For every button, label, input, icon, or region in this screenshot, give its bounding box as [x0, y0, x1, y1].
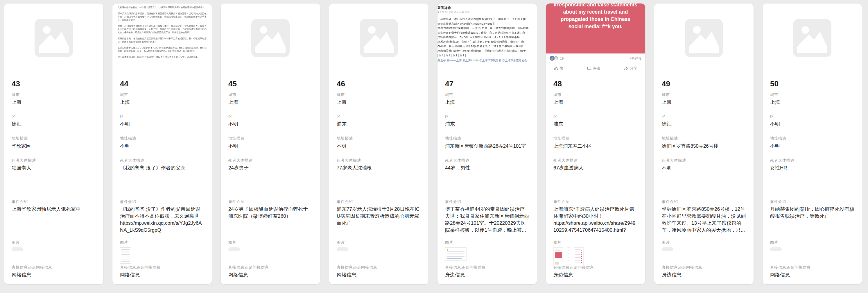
field-address: 地址描述 不明 [120, 136, 204, 158]
share-icon [624, 66, 628, 70]
district-value: 浦东 [553, 121, 638, 127]
image-thumbnails[interactable] [662, 247, 746, 251]
field-label: 地址描述 [662, 136, 746, 141]
card-body: 46 城市 上海 区 浦东 地址描述 不明 死者大体描述 77岁老人沈瑞根 事件… [329, 73, 429, 279]
image-thumbnail-pill[interactable] [337, 247, 348, 251]
field-direct-or-indirect: 直接信息还是间接信息 网络信息 [11, 265, 96, 279]
card-cover [221, 3, 320, 73]
image-thumbnail-document[interactable] [120, 247, 131, 264]
image-thumbnail-pill[interactable] [228, 247, 240, 251]
image-thumbnails[interactable] [11, 247, 96, 251]
field-event-intro: 事件介绍 浦东77岁老人沈瑞根于3月28日晚在ICU病房因长期末肾透析造成的心肌… [337, 199, 421, 240]
weibo-text-line: 哥哥家住浦东新区唐镇创新西路28弄24号101室 [437, 22, 537, 26]
record-card[interactable]: 46 城市 上海 区 浦东 地址描述 不明 死者大体描述 77岁老人沈瑞根 事件… [329, 3, 429, 284]
record-card[interactable]: 50 城市 上海 区 不明 地址描述 不明 死者大体描述 女性HR 事件介绍 丹… [763, 3, 862, 284]
field-label: 死者大体描述 [662, 158, 746, 163]
field-label: 城市 [553, 92, 638, 97]
image-thumbnail-pill[interactable] [770, 247, 782, 251]
card-cover [4, 3, 103, 73]
record-card[interactable]: 43 城市 上海 区 徐汇 地址描述 华欣家园 死者大体描述 独居老人 事件介绍… [4, 3, 103, 284]
record-number: 43 [11, 73, 96, 89]
card-body: 47 城市 上海 区 浦东 地址描述 浦东新区唐镇创新西路28弄24号101室 … [437, 73, 537, 279]
victim-value: 独居老人 [11, 165, 96, 172]
card-cover: 茶香禅静 4-2 02:31 来自 iPhone客户端 一名志愿者，昨日我投入路… [437, 3, 537, 73]
image-placeholder-icon [221, 3, 320, 73]
field-image: 图片 [337, 240, 421, 265]
record-number: 44 [120, 73, 204, 89]
field-label: 地址描述 [120, 136, 204, 141]
victim-value: 67岁血透病人 [553, 165, 638, 172]
image-thumbnail-group[interactable] [553, 247, 584, 267]
image-placeholder-icon [763, 3, 862, 73]
city-value: 上海 [11, 99, 96, 106]
field-label: 地址描述 [770, 136, 854, 141]
record-card[interactable]: 45 城市 上海 区 不明 地址描述 不明 死者大体描述 24岁男子 事件介绍 … [221, 3, 320, 284]
card-body: 48 城市 上海 区 浦东 地址描述 上海浦东寿二小区 死者大体描述 67岁血透… [546, 73, 645, 279]
field-district: 区 浦东 [553, 114, 638, 136]
field-direct-or-indirect: 直接信息还是间接信息 身边信息 [553, 265, 638, 279]
image-thumbnails[interactable] [228, 247, 313, 251]
screenshot-paragraph: 家属四处求助，在我的物业及区委的帮助下得到一张非常宝贵的通行证，整个小区就只有三… [118, 37, 207, 43]
field-address: 地址描述 浦东新区唐镇创新西路28弄24号101室 [445, 136, 529, 158]
field-district: 区 不明 [770, 114, 854, 136]
weibo-text-line: 恳求相关部门能帮忙处理好后续问题，并做好两位老人的心理疏导，给予 [437, 49, 537, 53]
field-address: 地址描述 华欣家园 [11, 136, 96, 158]
image-thumbnail-pill[interactable] [11, 247, 23, 251]
field-label: 地址描述 [337, 136, 421, 141]
field-label: 图片 [337, 240, 421, 245]
field-city: 城市 上海 [11, 92, 96, 114]
city-value: 上海 [120, 99, 204, 106]
facebook-post-background: Irresponsible and false statements about… [546, 3, 645, 54]
image-thumbnails[interactable] [770, 247, 854, 251]
image-thumbnails[interactable] [553, 247, 638, 267]
field-label: 直接信息还是间接信息 [445, 265, 529, 270]
record-number: 47 [445, 73, 529, 89]
record-card[interactable]: 49 城市 上海 区 徐汇 地址描述 徐汇区罗秀路850弄26号楼 死者大体描述… [654, 3, 753, 284]
image-thumbnails[interactable] [120, 247, 204, 264]
district-value: 徐汇 [11, 121, 96, 127]
field-label: 死者大体描述 [770, 158, 854, 163]
field-image: 图片 [770, 240, 854, 265]
record-card[interactable]: Irresponsible and false statements about… [546, 3, 645, 284]
field-label: 事件介绍 [662, 199, 746, 204]
image-thumbnail-3[interactable] [574, 247, 584, 267]
field-image: 图片 [662, 240, 746, 265]
field-direct-or-indirect: 直接信息还是间接信息 身边信息 [445, 265, 529, 279]
image-thumbnail-2[interactable] [567, 247, 570, 265]
field-city: 城市 上海 [553, 92, 638, 114]
facebook-comment-button: 评论 [587, 66, 600, 71]
field-label: 城市 [445, 92, 529, 97]
record-card[interactable]: 茶香禅静 4-2 02:31 来自 iPhone客户端 一名志愿者，昨日我投入路… [437, 3, 537, 284]
image-thumbnail-weibo[interactable] [445, 247, 467, 261]
weibo-text-line: 在44岁。我大伯和我大伯母70多岁老来丧子，对于整个事情我不做评价， [437, 44, 537, 49]
field-victim-description: 死者大体描述 67岁血透病人 [553, 158, 638, 199]
direct-value: 网络信息 [11, 271, 96, 279]
comment-icon [587, 66, 591, 70]
card-body: 50 城市 上海 区 不明 地址描述 不明 死者大体描述 女性HR 事件介绍 丹… [763, 73, 862, 279]
field-label: 地址描述 [11, 136, 96, 141]
field-victim-description: 死者大体描述 77岁老人沈瑞根 [337, 158, 421, 199]
field-label: 地址描述 [553, 136, 638, 141]
field-label: 区 [662, 114, 746, 119]
image-thumbnail-1[interactable] [553, 247, 563, 267]
image-thumbnail-pill[interactable] [662, 247, 673, 251]
record-card[interactable]: 人都没有这样的机会。一个病人需要几十个人的同时帮助和关怀才有可能获得一丝的机会！… [113, 3, 212, 284]
city-value: 上海 [228, 99, 313, 106]
field-address: 地址描述 不明 [337, 136, 421, 158]
field-district: 区 浦东 [337, 114, 421, 136]
image-placeholder-icon [654, 3, 753, 73]
field-victim-description: 死者大体描述 独居老人 [11, 158, 96, 199]
field-label: 图片 [770, 240, 854, 245]
field-label: 城市 [11, 92, 96, 97]
field-label: 事件介绍 [337, 199, 421, 204]
field-label: 区 [553, 114, 638, 119]
address-value: 不明 [337, 142, 421, 149]
district-value: 不明 [120, 121, 204, 127]
field-label: 死者大体描述 [337, 158, 421, 163]
district-value: 浦东 [445, 121, 529, 127]
image-thumbnails[interactable] [337, 247, 421, 251]
screenshot-paragraph: 人都没有这样的机会。一个病人需要几十个人的同时帮助和关怀才有可能获得一丝的机会！ [118, 6, 207, 9]
field-address: 地址描述 不明 [770, 136, 854, 158]
field-event-intro: 事件介绍 上海华欣家园独居老人饿死家中 [11, 199, 96, 240]
image-thumbnails[interactable] [445, 247, 529, 261]
